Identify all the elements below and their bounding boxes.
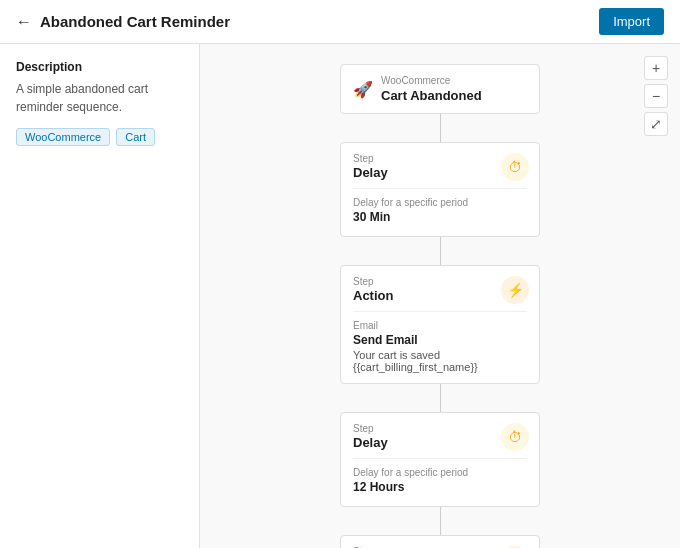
delay-2-sub-value: 12 Hours — [353, 480, 527, 494]
action-1-sub: Email Send Email Your cart is saved {{ca… — [353, 311, 527, 373]
delay-1-sub-label: Delay for a specific period — [353, 197, 527, 208]
back-button[interactable]: ← — [16, 13, 32, 31]
trigger-node[interactable]: 🚀 WooCommerce Cart Abandoned — [340, 64, 540, 114]
zoom-in-button[interactable]: + — [644, 56, 668, 80]
delay-1-title: Delay — [353, 165, 491, 180]
canvas-controls: + − ⤢ — [644, 56, 668, 136]
delay-2-title: Delay — [353, 435, 491, 450]
content: Description A simple abandoned cart remi… — [0, 44, 680, 548]
sidebar: Description A simple abandoned cart remi… — [0, 44, 200, 548]
delay-2-step-label: Step — [353, 423, 491, 434]
trigger-content: WooCommerce Cart Abandoned — [381, 75, 482, 103]
delay-1-step-label: Step — [353, 153, 491, 164]
tags-container: WooCommerce Cart — [16, 128, 183, 146]
import-button[interactable]: Import — [599, 8, 664, 35]
trigger-icon: 🚀 — [353, 80, 373, 99]
description-label: Description — [16, 60, 183, 74]
action-1-icon: ⚡ — [501, 276, 529, 304]
action-2-node[interactable]: Step Action ⚡ Email Send Email Your cart… — [340, 535, 540, 548]
page-title: Abandoned Cart Reminder — [40, 13, 230, 30]
action-1-node[interactable]: Step Action ⚡ Email Send Email Your cart… — [340, 265, 540, 384]
expand-button[interactable]: ⤢ — [644, 112, 668, 136]
delay-2-node[interactable]: Step Delay ⏱ Delay for a specific period… — [340, 412, 540, 507]
connector-1 — [440, 114, 441, 142]
action-1-sub-title: Send Email — [353, 333, 527, 347]
delay-2-sub: Delay for a specific period 12 Hours — [353, 458, 527, 494]
trigger-source-label: WooCommerce — [381, 75, 482, 86]
delay-1-sub-value: 30 Min — [353, 210, 527, 224]
delay-2-icon: ⏱ — [501, 423, 529, 451]
flow-canvas[interactable]: + − ⤢ 🚀 WooCommerce Cart Abandoned — [200, 44, 680, 548]
delay-1-node[interactable]: Step Delay ⏱ Delay for a specific period… — [340, 142, 540, 237]
header-left: ← Abandoned Cart Reminder — [16, 13, 230, 31]
connector-3 — [440, 384, 441, 412]
description-text: A simple abandoned cart reminder sequenc… — [16, 80, 183, 116]
flow: 🚀 WooCommerce Cart Abandoned Step Delay … — [200, 64, 680, 548]
tag-woocommerce[interactable]: WooCommerce — [16, 128, 110, 146]
zoom-out-button[interactable]: − — [644, 84, 668, 108]
action-1-step-label: Step — [353, 276, 491, 287]
action-1-sub-text: Your cart is saved {{cart_billing_first_… — [353, 349, 527, 373]
delay-1-icon: ⏱ — [501, 153, 529, 181]
connector-2 — [440, 237, 441, 265]
tag-cart[interactable]: Cart — [116, 128, 155, 146]
delay-1-sub: Delay for a specific period 30 Min — [353, 188, 527, 224]
action-1-title: Action — [353, 288, 491, 303]
connector-4 — [440, 507, 441, 535]
trigger-title: Cart Abandoned — [381, 88, 482, 103]
delay-2-sub-label: Delay for a specific period — [353, 467, 527, 478]
action-1-sub-type: Email — [353, 320, 527, 331]
header: ← Abandoned Cart Reminder Import — [0, 0, 680, 44]
